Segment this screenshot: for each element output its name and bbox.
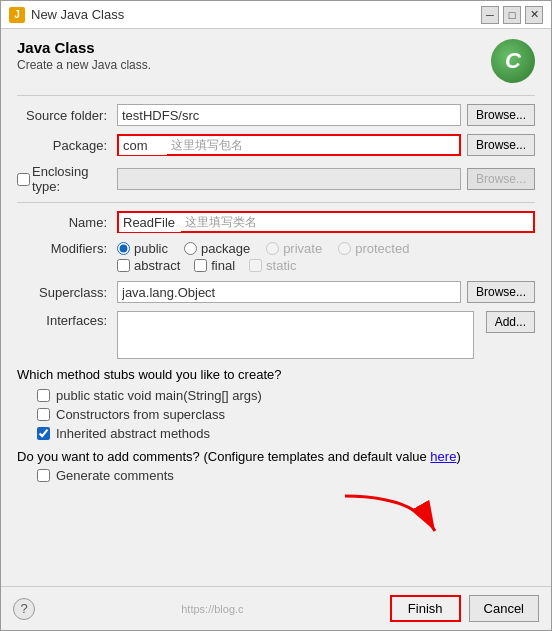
modifier-package-radio[interactable] bbox=[184, 242, 197, 255]
modifier-package[interactable]: package bbox=[184, 241, 250, 256]
comments-row: Generate comments bbox=[37, 468, 535, 483]
interfaces-row: Interfaces: Add... bbox=[17, 311, 535, 359]
eclipse-logo: C bbox=[491, 39, 535, 83]
close-button[interactable]: ✕ bbox=[525, 6, 543, 24]
package-label: Package: bbox=[17, 138, 117, 153]
comments-link[interactable]: here bbox=[430, 449, 456, 464]
dialog-title: Java Class bbox=[17, 39, 151, 56]
package-browse-button[interactable]: Browse... bbox=[467, 134, 535, 156]
name-input[interactable] bbox=[119, 213, 181, 232]
name-row: Name: 这里填写类名 bbox=[17, 211, 535, 233]
maximize-button[interactable]: □ bbox=[503, 6, 521, 24]
modifier-public[interactable]: public bbox=[117, 241, 168, 256]
new-java-class-dialog: J New Java Class ─ □ ✕ Java Class Create… bbox=[0, 0, 552, 631]
modifier-abstract-checkbox[interactable] bbox=[117, 259, 130, 272]
package-placeholder: 这里填写包名 bbox=[167, 137, 243, 154]
modifier-public-radio[interactable] bbox=[117, 242, 130, 255]
source-folder-label: Source folder: bbox=[17, 108, 117, 123]
modifier-private-radio[interactable] bbox=[266, 242, 279, 255]
watermark-text: https://blog.c bbox=[181, 603, 243, 615]
generate-comments-label: Generate comments bbox=[56, 468, 174, 483]
help-button[interactable]: ? bbox=[13, 598, 35, 620]
dialog-content: Java Class Create a new Java class. C So… bbox=[1, 29, 551, 586]
minimize-button[interactable]: ─ bbox=[481, 6, 499, 24]
source-folder-row: Source folder: Browse... bbox=[17, 104, 535, 126]
finish-button[interactable]: Finish bbox=[390, 595, 461, 622]
dialog-subtitle: Create a new Java class. bbox=[17, 58, 151, 72]
footer-buttons: Finish Cancel bbox=[390, 595, 539, 622]
interfaces-box[interactable] bbox=[117, 311, 474, 359]
stub-inherited-checkbox[interactable] bbox=[37, 427, 50, 440]
method-stubs-title: Which method stubs would you like to cre… bbox=[17, 367, 535, 382]
finish-arrow-icon bbox=[335, 491, 455, 541]
window-title: New Java Class bbox=[31, 7, 124, 22]
cancel-button[interactable]: Cancel bbox=[469, 595, 539, 622]
superclass-browse-button[interactable]: Browse... bbox=[467, 281, 535, 303]
method-stub-constructors: Constructors from superclass bbox=[37, 407, 535, 422]
name-input-wrapper: 这里填写类名 bbox=[117, 211, 535, 233]
source-folder-browse-button[interactable]: Browse... bbox=[467, 104, 535, 126]
arrow-area bbox=[17, 491, 535, 541]
modifier-abstract[interactable]: abstract bbox=[117, 258, 180, 273]
method-stub-main: public static void main(String[] args) bbox=[37, 388, 535, 403]
enclosing-type-label: Enclosing type: bbox=[32, 164, 107, 194]
modifier-protected[interactable]: protected bbox=[338, 241, 409, 256]
footer-left: ? bbox=[13, 598, 35, 620]
superclass-input[interactable] bbox=[117, 281, 461, 303]
divider-2 bbox=[17, 202, 535, 203]
superclass-row: Superclass: Browse... bbox=[17, 281, 535, 303]
header-section: Java Class Create a new Java class. C bbox=[17, 39, 535, 83]
stub-main-label: public static void main(String[] args) bbox=[56, 388, 262, 403]
package-row: Package: 这里填写包名 Browse... bbox=[17, 134, 535, 156]
method-stub-inherited: Inherited abstract methods bbox=[37, 426, 535, 441]
title-bar-left: J New Java Class bbox=[9, 7, 124, 23]
superclass-label: Superclass: bbox=[17, 285, 117, 300]
modifiers-label: Modifiers: bbox=[17, 241, 117, 256]
enclosing-type-checkbox[interactable] bbox=[17, 173, 30, 186]
comments-text-before: Do you want to add comments? (Configure … bbox=[17, 449, 430, 464]
modifiers-options: public package private protected bbox=[117, 241, 409, 256]
stub-constructors-label: Constructors from superclass bbox=[56, 407, 225, 422]
modifier-static-checkbox[interactable] bbox=[249, 259, 262, 272]
stub-constructors-checkbox[interactable] bbox=[37, 408, 50, 421]
source-folder-input[interactable] bbox=[117, 104, 461, 126]
modifier-final[interactable]: final bbox=[194, 258, 235, 273]
window-controls: ─ □ ✕ bbox=[481, 6, 543, 24]
enclosing-type-row: Enclosing type: Browse... bbox=[17, 164, 535, 194]
modifier-private[interactable]: private bbox=[266, 241, 322, 256]
stub-inherited-label: Inherited abstract methods bbox=[56, 426, 210, 441]
package-input[interactable] bbox=[119, 136, 167, 155]
title-bar: J New Java Class ─ □ ✕ bbox=[1, 1, 551, 29]
comments-section: Do you want to add comments? (Configure … bbox=[17, 449, 535, 483]
name-label: Name: bbox=[17, 215, 117, 230]
name-placeholder: 这里填写类名 bbox=[181, 214, 257, 231]
comments-text-after: ) bbox=[456, 449, 460, 464]
modifiers-row2: abstract final static bbox=[117, 258, 535, 273]
package-input-wrapper: 这里填写包名 bbox=[117, 134, 461, 156]
comments-title: Do you want to add comments? (Configure … bbox=[17, 449, 535, 464]
generate-comments-checkbox[interactable] bbox=[37, 469, 50, 482]
method-stubs: public static void main(String[] args) C… bbox=[37, 388, 535, 441]
window-icon: J bbox=[9, 7, 25, 23]
modifiers-row: Modifiers: public package private protec… bbox=[17, 241, 535, 256]
modifier-final-checkbox[interactable] bbox=[194, 259, 207, 272]
check-options: abstract final static bbox=[117, 258, 296, 273]
stub-main-checkbox[interactable] bbox=[37, 389, 50, 402]
divider-1 bbox=[17, 95, 535, 96]
modifier-protected-radio[interactable] bbox=[338, 242, 351, 255]
enclosing-type-input[interactable] bbox=[117, 168, 461, 190]
enclosing-type-browse-button[interactable]: Browse... bbox=[467, 168, 535, 190]
dialog-footer: ? https://blog.c Finish Cancel bbox=[1, 586, 551, 630]
header-text: Java Class Create a new Java class. bbox=[17, 39, 151, 72]
interfaces-label: Interfaces: bbox=[17, 311, 117, 328]
interfaces-add-button[interactable]: Add... bbox=[486, 311, 535, 333]
modifier-static[interactable]: static bbox=[249, 258, 296, 273]
